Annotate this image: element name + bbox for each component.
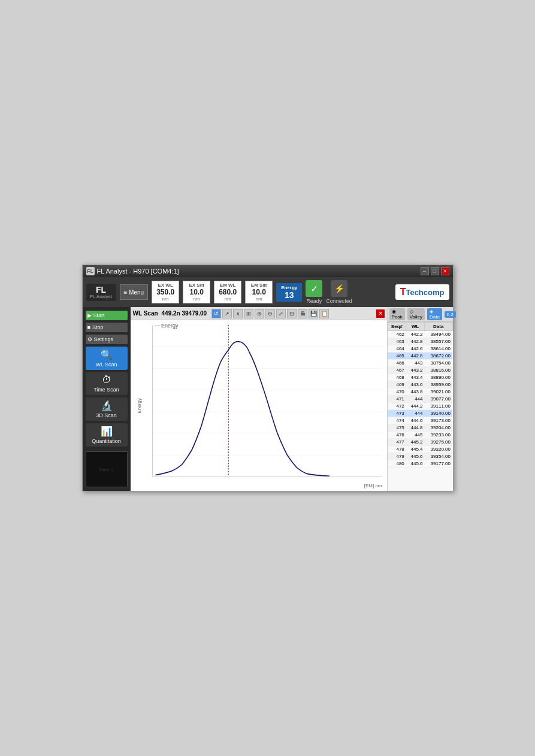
stop-button[interactable]: ■ Stop [86, 323, 128, 332]
zoom-in-button[interactable]: ⊕ [255, 309, 264, 318]
table-row[interactable]: 471 444 39077.00 [388, 396, 452, 403]
cell-seq: 469 [388, 381, 406, 388]
table-row[interactable]: 476 445 39233.00 [388, 432, 452, 439]
cell-wl: 443.2 [406, 367, 425, 374]
close-button[interactable]: ✕ [441, 267, 449, 275]
table-row[interactable]: 478 445.4 39320.00 [388, 446, 452, 453]
cell-seq: 466 [388, 360, 406, 367]
chart-title: WL Scan [133, 310, 158, 317]
ex-slit-unit: nm [194, 296, 200, 302]
table-row[interactable]: 475 444.8 39204.00 [388, 424, 452, 432]
cell-wl: 444.2 [406, 403, 425, 410]
cell-data: 39173.00 [425, 417, 452, 424]
ex-wl-param[interactable]: EX WL 350.0 nm [152, 281, 179, 303]
table-row[interactable]: 469 443.6 38959.00 [388, 381, 452, 388]
sidebar-item-wl-scan[interactable]: 🔍 WL Scan [86, 347, 128, 370]
cell-data: 39077.00 [425, 396, 452, 403]
logo-fl: FL [96, 286, 106, 294]
time-scan-icon: ⏱ [102, 375, 111, 385]
peak-tab[interactable]: ◉ Peak [389, 308, 405, 320]
overlay-button[interactable]: ⊟ [287, 309, 297, 318]
cell-data: 38816.00 [425, 367, 452, 374]
cell-seq: 462 [388, 331, 406, 338]
print-button[interactable]: 🖶 [298, 309, 307, 318]
toolbar: FL FL Analyst ≡ Menu EX WL 350.0 nm EX S… [83, 277, 453, 307]
cell-data: 39177.00 [425, 460, 452, 467]
3d-scan-label: 3D Scan [96, 412, 117, 418]
table-row[interactable]: 480 445.6 39177.00 [388, 460, 452, 467]
logo-analyst: FL Analyst [90, 294, 112, 299]
fit-button[interactable]: ⤢ [276, 309, 286, 318]
time-scan-label: Time Scan [93, 387, 119, 393]
data-tab[interactable]: ◈ Data [427, 308, 442, 320]
table-row[interactable]: 465 442.8 38672.00 [388, 353, 452, 360]
grid-button[interactable]: ⊞ [244, 309, 253, 318]
table-row[interactable]: 467 443.2 38816.00 [388, 367, 452, 374]
cell-data: 39140.00 [425, 410, 452, 417]
play-icon: ▶ [87, 312, 92, 318]
save-button[interactable]: 💾 [309, 309, 318, 318]
cell-seq: 476 [388, 432, 406, 439]
table-row[interactable]: 474 444.6 39173.00 [388, 417, 452, 424]
chart-close-button[interactable]: ✕ [376, 309, 385, 318]
cell-seq: 464 [388, 345, 406, 353]
table-row[interactable]: 470 443.8 39021.00 [388, 388, 452, 396]
copy-button[interactable]: 📋 [319, 309, 329, 318]
ex-wl-unit: nm [162, 296, 169, 302]
data-preview-label: Data 1 [99, 467, 114, 472]
maximize-button[interactable]: □ [431, 267, 439, 275]
ex-wl-value: 350.0 [156, 288, 174, 296]
sidebar-item-time-scan[interactable]: ⏱ Time Scan [86, 372, 128, 395]
cell-data: 38557.00 [425, 338, 452, 345]
table-row[interactable]: 473 444 39140.00 [388, 410, 452, 417]
cell-data: 38614.00 [425, 345, 452, 353]
peak-button[interactable]: ∧ [233, 309, 243, 318]
cell-seq: 470 [388, 388, 406, 396]
menu-button[interactable]: ≡ Menu [120, 284, 149, 300]
table-row[interactable]: 466 443 38754.00 [388, 360, 452, 367]
zoom-out-button[interactable]: ⊖ [265, 309, 275, 318]
cell-seq: 479 [388, 453, 406, 460]
chart-cursor-info: 449.2n 39479.00 [162, 310, 207, 317]
table-row[interactable]: 462 442.2 38494.00 [388, 331, 452, 338]
table-row[interactable]: 463 442.8 38557.00 [388, 338, 452, 345]
ex-slit-param[interactable]: EX Slit 10.0 nm [183, 281, 210, 303]
cell-wl: 445 [406, 432, 425, 439]
table-row[interactable]: 477 445.2 39275.00 [388, 439, 452, 446]
data-count: 0.2 [445, 311, 456, 318]
wl-scan-label: WL Scan [95, 362, 117, 368]
table-row[interactable]: 472 444.2 39111.00 [388, 403, 452, 410]
cell-data: 39204.00 [425, 424, 452, 432]
cell-data: 39320.00 [425, 446, 452, 453]
table-row[interactable]: 468 443.4 38890.00 [388, 374, 452, 381]
main-content: ▶ Start ■ Stop ⚙ Settings 🔍 WL Scan ⏱ Ti… [83, 307, 453, 491]
em-wl-param[interactable]: EM WL 680.0 nm [214, 281, 241, 303]
zoom-fit-button[interactable]: ↺ [211, 309, 221, 318]
window-controls[interactable]: – □ ✕ [421, 267, 449, 275]
sidebar-item-3d-scan[interactable]: 🔬 3D Scan [86, 397, 128, 421]
cell-wl: 445.2 [406, 439, 425, 446]
quantitation-label: Quantitation [92, 438, 121, 444]
cell-seq: 472 [388, 403, 406, 410]
cell-data: 39021.00 [425, 388, 452, 396]
data-table-scroll[interactable]: Seq# WL Data 462 442.2 38494.00 463 442.… [388, 322, 453, 491]
em-wl-value: 680.0 [219, 288, 237, 296]
col-data: Data [425, 323, 452, 331]
em-slit-label: EM Slit [251, 283, 267, 288]
gear-icon: ⚙ [87, 336, 92, 342]
minimize-button[interactable]: – [421, 267, 429, 275]
sidebar-item-quantitation[interactable]: 📊 Quantitation [86, 423, 128, 447]
cell-data: 38754.00 [425, 360, 452, 367]
valley-tab[interactable]: ◇ Valley [407, 308, 425, 320]
settings-button[interactable]: ⚙ Settings [86, 335, 128, 344]
energy-value: 13 [285, 290, 294, 300]
cell-wl: 443.6 [406, 381, 425, 388]
start-button[interactable]: ▶ Start [86, 311, 128, 320]
table-row[interactable]: 464 442.6 38614.00 [388, 345, 452, 353]
em-slit-param[interactable]: EM Slit 10.0 nm [245, 281, 273, 303]
cursor-button[interactable]: ↗ [222, 309, 232, 318]
table-row[interactable]: 479 445.6 39354.00 [388, 453, 452, 460]
application-window: FL FL Analyst - H970 [COM4:1] – □ ✕ FL F… [82, 265, 454, 491]
cell-wl: 442.8 [406, 353, 425, 360]
app-icon: FL [86, 267, 95, 275]
